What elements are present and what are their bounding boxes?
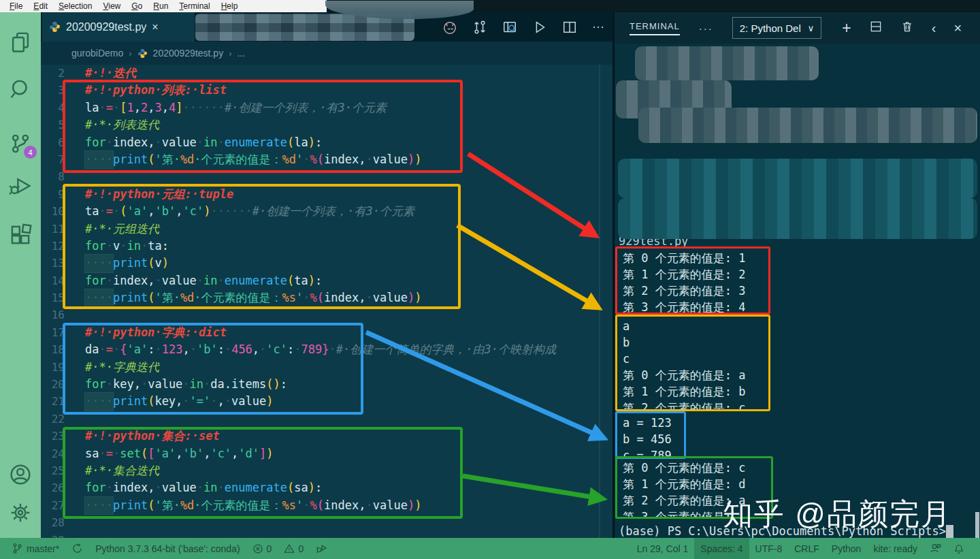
code-line-8[interactable]: 8 <box>41 168 612 185</box>
code-line-10[interactable]: 10ta·=·('a','b','c')······#·创建一个列表，·有3·个… <box>41 203 612 220</box>
code-token: 'a' <box>127 341 148 358</box>
files-icon[interactable] <box>9 30 32 53</box>
status-spaces-4[interactable]: Spaces: 4 <box>694 538 749 559</box>
menu-item-view[interactable]: View <box>97 1 126 11</box>
code-token: %d <box>180 289 194 306</box>
menu-item-edit[interactable]: Edit <box>28 1 53 11</box>
status-sync[interactable] <box>65 538 89 559</box>
code-line-25[interactable]: 25#·*·集合迭代 <box>41 462 612 479</box>
status-utf-8[interactable]: UTF-8 <box>749 538 789 559</box>
menu-item-help[interactable]: Help <box>216 1 244 11</box>
menu-item-terminal[interactable]: Terminal <box>174 1 215 11</box>
close-tab-icon[interactable]: × <box>152 21 158 33</box>
tab-20200929test[interactable]: 20200929test.py × <box>42 12 195 42</box>
close-panel-icon[interactable]: × <box>953 20 962 36</box>
code-line-19[interactable]: 19#·*·字典迭代 <box>41 359 612 376</box>
new-terminal-icon[interactable]: + <box>842 19 851 37</box>
menu-item-selection[interactable]: Selection <box>53 1 97 11</box>
status-crlf[interactable]: CRLF <box>788 538 826 559</box>
code-line-6[interactable]: 6for·index,·value·in·enumerate(la): <box>41 134 612 151</box>
status-0[interactable]: 0 <box>278 538 310 559</box>
kill-terminal-icon[interactable] <box>900 20 914 37</box>
code-token: · <box>190 341 197 358</box>
breadcrumb[interactable]: gurobiDemo › 20200929test.py › ... <box>41 42 612 65</box>
status-0[interactable]: 0 <box>246 538 278 559</box>
run-debug-icon[interactable] <box>9 174 32 197</box>
code-line-24[interactable]: 24sa·=·set(['a','b','c','d']) <box>41 445 612 462</box>
extensions-icon[interactable] <box>9 223 32 246</box>
menu-item-file[interactable]: File <box>4 1 28 11</box>
code-line-18[interactable]: 18da·=·{'a':·123,·'b':·456,·'c':·789}·#·… <box>41 341 612 358</box>
menu-item-go[interactable]: Go <box>126 1 148 11</box>
breadcrumb-symbol[interactable]: ... <box>237 48 245 59</box>
source-control-icon[interactable]: 4 <box>9 132 32 155</box>
terminal-selector-dropdown[interactable]: 2: Python Del ∨ <box>732 17 822 39</box>
code-editor[interactable]: 2#·!·迭代3#·!·python·列表:·list4la·=·[1,2,3,… <box>41 65 612 538</box>
code-token: %d <box>180 497 194 514</box>
status-debug-run[interactable] <box>310 538 333 559</box>
status-master[interactable]: master* <box>5 538 65 559</box>
kite-icon[interactable] <box>442 20 457 35</box>
split-editor-icon[interactable] <box>562 20 577 35</box>
code-line-4[interactable]: 4la·=·[1,2,3,4]······#·创建一个列表，·有3·个元素 <box>41 99 612 116</box>
settings-icon[interactable] <box>9 501 32 524</box>
terminal-panel[interactable]: TERMINAL ··· 2: Python Del ∨ + ‹ × 929te… <box>612 12 980 538</box>
code-token: #·!·迭代 <box>85 65 136 82</box>
code-token: #·!·python·元组:·tuple <box>85 186 233 203</box>
code-line-22[interactable]: 22 <box>41 411 612 428</box>
line-number: 25 <box>41 462 85 479</box>
split-terminal-icon[interactable] <box>869 20 883 37</box>
code-line-20[interactable]: 20for·key,·value·in·da.items(): <box>41 376 612 393</box>
preview-icon[interactable] <box>502 20 517 35</box>
code-token: in <box>127 238 140 255</box>
run-file-icon[interactable] <box>532 20 547 35</box>
code-line-5[interactable]: 5#·*·列表迭代 <box>41 116 612 133</box>
chevron-left-icon[interactable]: ‹ <box>932 20 936 36</box>
status-ln-29-col-1[interactable]: Ln 29, Col 1 <box>631 538 695 559</box>
code-line-9[interactable]: 9#·!·python·元组:·tuple <box>41 186 612 203</box>
code-token: 'b' <box>197 341 218 358</box>
code-token: enumerate <box>225 479 287 496</box>
code-line-26[interactable]: 26for·index,·value·in·enumerate(sa): <box>41 479 612 496</box>
breadcrumb-folder[interactable]: gurobiDemo <box>71 48 123 59</box>
code-line-23[interactable]: 23#·!·python·集合:·set <box>41 428 612 445</box>
code-line-16[interactable]: 16 <box>41 306 612 323</box>
status-bar: master*Python 3.7.3 64-bit ('base': cond… <box>0 538 980 559</box>
code-line-13[interactable]: 13····print(v) <box>41 255 612 272</box>
code-line-2[interactable]: 2#·!·迭代 <box>41 65 612 82</box>
terminal-scrollbar[interactable] <box>975 512 979 538</box>
code-line-15[interactable]: 15····print('第·%d·个元素的值是：%s'·%(index,·va… <box>41 289 612 306</box>
code-line-21[interactable]: 21····print(key,·'='·,·value) <box>41 393 612 410</box>
code-token: in <box>203 134 217 151</box>
code-line-27[interactable]: 27····print('第·%d·个元素的值是：%s'·%(index,·va… <box>41 497 612 514</box>
status-bell[interactable] <box>947 538 970 559</box>
code-token: · <box>259 341 266 358</box>
code-token: value <box>373 497 408 514</box>
terminal-tab-label[interactable]: TERMINAL <box>630 21 680 35</box>
more-actions-icon[interactable]: ··· <box>699 22 713 34</box>
code-token: ( <box>120 203 127 220</box>
code-line-17[interactable]: 17#·!·python·字典:·dict <box>41 324 612 341</box>
code-line-11[interactable]: 11#·*·元组迭代 <box>41 221 612 238</box>
code-line-12[interactable]: 12for·v·in·ta: <box>41 238 612 255</box>
breadcrumb-file[interactable]: 20200929test.py <box>153 48 224 59</box>
account-icon[interactable] <box>9 463 32 486</box>
line-number: 5 <box>41 116 85 133</box>
line-number: 13 <box>41 255 85 272</box>
search-icon[interactable] <box>9 78 32 101</box>
code-token: '=' <box>190 393 211 410</box>
status-python-3-7-3-64-bit-base-conda[interactable]: Python 3.7.3 64-bit ('base': conda) <box>89 538 246 559</box>
code-line-14[interactable]: 14for·index,·value·in·enumerate(ta): <box>41 272 612 289</box>
status-kite-ready[interactable]: kite: ready <box>867 538 924 559</box>
code-line-28[interactable]: 28 <box>41 514 612 531</box>
more-actions-icon[interactable]: ··· <box>592 20 604 34</box>
code-line-29[interactable]: 29 <box>41 532 612 538</box>
compare-changes-icon[interactable] <box>472 20 487 35</box>
status-feedback-person[interactable] <box>924 538 947 559</box>
code-token: value <box>373 151 408 168</box>
status-python[interactable]: Python <box>826 538 868 559</box>
code-line-3[interactable]: 3#·!·python·列表:·list <box>41 82 612 99</box>
code-token: , <box>134 99 141 116</box>
code-line-7[interactable]: 7····print('第·%d·个元素的值是：%d'·%(index,·val… <box>41 151 612 168</box>
menu-item-run[interactable]: Run <box>148 1 174 11</box>
